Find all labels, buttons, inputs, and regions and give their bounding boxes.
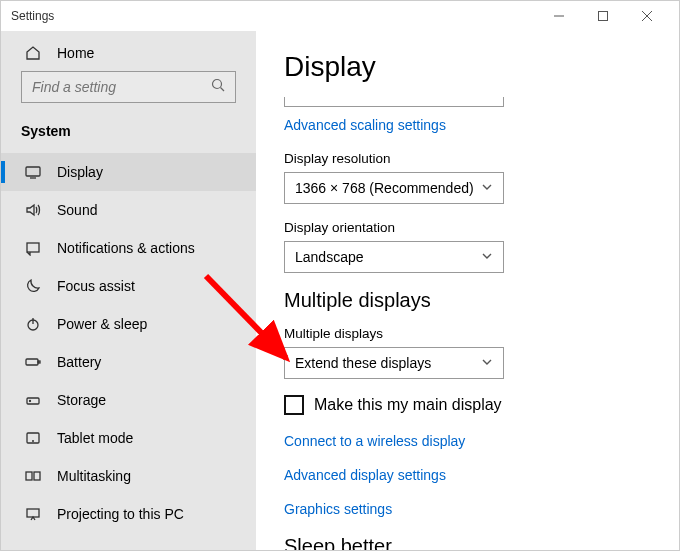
search-input[interactable]	[21, 71, 236, 103]
sidebar-item-tablet-mode[interactable]: Tablet mode	[1, 419, 256, 457]
chevron-down-icon	[481, 180, 493, 196]
sidebar-item-display[interactable]: Display	[1, 153, 256, 191]
sidebar-item-label: Sound	[57, 202, 97, 218]
close-button[interactable]	[625, 1, 669, 31]
orientation-value: Landscape	[295, 249, 364, 265]
scaling-box-fragment	[284, 97, 504, 107]
sidebar-item-label: Display	[57, 164, 103, 180]
sound-icon	[25, 202, 41, 218]
page-heading: Display	[284, 51, 651, 83]
battery-icon	[25, 354, 41, 370]
projecting-icon	[25, 506, 41, 522]
sidebar-item-battery[interactable]: Battery	[1, 343, 256, 381]
resolution-value: 1366 × 768 (Recommended)	[295, 180, 474, 196]
search-icon	[211, 78, 225, 96]
maximize-button[interactable]	[581, 1, 625, 31]
nav-list: Display Sound Notifications & actions Fo…	[1, 153, 256, 550]
resolution-select[interactable]: 1366 × 768 (Recommended)	[284, 172, 504, 204]
multiple-displays-heading: Multiple displays	[284, 289, 651, 312]
sidebar-item-storage[interactable]: Storage	[1, 381, 256, 419]
multitasking-icon	[25, 468, 41, 484]
main-display-checkbox[interactable]	[284, 395, 304, 415]
sidebar-item-sound[interactable]: Sound	[1, 191, 256, 229]
svg-rect-8	[27, 243, 39, 252]
home-label: Home	[57, 45, 94, 61]
svg-rect-6	[26, 167, 40, 176]
storage-icon	[25, 392, 41, 408]
power-icon	[25, 316, 41, 332]
sidebar-item-label: Focus assist	[57, 278, 135, 294]
sidebar-item-label: Storage	[57, 392, 106, 408]
sidebar-item-label: Multitasking	[57, 468, 131, 484]
titlebar: Settings	[1, 1, 679, 31]
focus-assist-icon	[25, 278, 41, 294]
svg-rect-13	[27, 398, 39, 404]
multiple-displays-label: Multiple displays	[284, 326, 651, 341]
home-icon	[25, 45, 41, 61]
section-heading: System	[1, 117, 256, 153]
svg-point-14	[30, 401, 31, 402]
chevron-down-icon	[481, 249, 493, 265]
window-title: Settings	[11, 9, 54, 23]
sidebar-item-label: Projecting to this PC	[57, 506, 184, 522]
sidebar-item-label: Power & sleep	[57, 316, 147, 332]
tablet-icon	[25, 430, 41, 446]
sidebar-item-label: Battery	[57, 354, 101, 370]
wireless-display-link[interactable]: Connect to a wireless display	[284, 433, 651, 449]
sidebar-item-label: Tablet mode	[57, 430, 133, 446]
svg-rect-18	[34, 472, 40, 480]
svg-rect-19	[27, 509, 39, 517]
svg-rect-17	[26, 472, 32, 480]
orientation-select[interactable]: Landscape	[284, 241, 504, 273]
resolution-label: Display resolution	[284, 151, 651, 166]
sidebar-item-projecting[interactable]: Projecting to this PC	[1, 495, 256, 533]
sidebar-item-notifications[interactable]: Notifications & actions	[1, 229, 256, 267]
svg-line-5	[221, 88, 225, 92]
orientation-label: Display orientation	[284, 220, 651, 235]
sleep-better-heading: Sleep better	[284, 535, 651, 550]
advanced-display-link[interactable]: Advanced display settings	[284, 467, 651, 483]
search-field[interactable]	[32, 79, 211, 95]
display-icon	[25, 164, 41, 180]
advanced-scaling-link[interactable]: Advanced scaling settings	[284, 117, 651, 133]
svg-point-4	[213, 80, 222, 89]
svg-rect-1	[599, 12, 608, 21]
sidebar-item-power-sleep[interactable]: Power & sleep	[1, 305, 256, 343]
sidebar: Home System Display Sound	[1, 31, 256, 550]
sidebar-item-multitasking[interactable]: Multitasking	[1, 457, 256, 495]
svg-rect-12	[38, 361, 40, 363]
multiple-displays-select[interactable]: Extend these displays	[284, 347, 504, 379]
svg-rect-11	[26, 359, 38, 365]
home-link[interactable]: Home	[1, 35, 256, 71]
main-display-label: Make this my main display	[314, 396, 502, 414]
notifications-icon	[25, 240, 41, 256]
chevron-down-icon	[481, 355, 493, 371]
graphics-settings-link[interactable]: Graphics settings	[284, 501, 651, 517]
sidebar-item-focus-assist[interactable]: Focus assist	[1, 267, 256, 305]
sidebar-item-label: Notifications & actions	[57, 240, 195, 256]
multiple-displays-value: Extend these displays	[295, 355, 431, 371]
minimize-button[interactable]	[537, 1, 581, 31]
content-pane: Display Advanced scaling settings Displa…	[256, 31, 679, 550]
